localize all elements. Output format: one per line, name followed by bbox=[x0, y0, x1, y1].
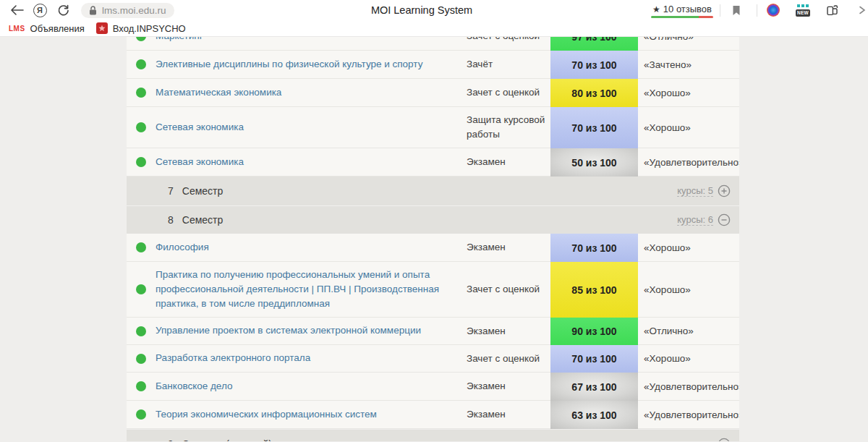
bookmark-label: Вход.INPSYCHO bbox=[113, 23, 186, 34]
reviews-count: 10 отзывов bbox=[663, 4, 712, 14]
semester-section-header[interactable]: 8 Семестр курсы: 6 bbox=[127, 205, 739, 234]
grade-text: «Зачтено» bbox=[638, 51, 739, 79]
exam-type: Экзамен bbox=[467, 401, 550, 429]
exam-type: Зачет с оценкой bbox=[467, 79, 550, 107]
grade-text: «Хорошо» bbox=[638, 234, 739, 262]
table-row: Практика по получению профессиональных у… bbox=[127, 262, 739, 318]
course-link[interactable]: Управление проектом в системах электронн… bbox=[156, 323, 421, 338]
course-link[interactable]: Практика по получению профессиональных у… bbox=[156, 268, 445, 312]
course-link[interactable]: Теория экономических информационных сист… bbox=[156, 407, 377, 422]
status-dot-icon bbox=[136, 354, 146, 364]
grade-text: «Хорошо» bbox=[638, 79, 739, 107]
course-status-cell bbox=[127, 148, 156, 177]
bookmarks-bar: LMS Объявления Вход.INPSYCHO bbox=[0, 20, 868, 37]
score-cell: 70 из 100 bbox=[550, 234, 638, 262]
emblem-favicon bbox=[96, 22, 108, 34]
table-row: Маркетинг Зачет с оценкой 97 из 100 «Отл… bbox=[127, 37, 739, 51]
exam-type: Зачёт bbox=[467, 51, 550, 79]
score-cell: 97 из 100 bbox=[550, 37, 638, 51]
table-row: Разработка электронного портала Зачет с … bbox=[127, 345, 739, 373]
toolbar-separator bbox=[757, 4, 757, 17]
bookmark-button[interactable] bbox=[727, 1, 746, 19]
toolbar-separator bbox=[720, 4, 720, 17]
status-dot-icon bbox=[136, 88, 146, 98]
grade-text: «Отлично» bbox=[638, 318, 739, 345]
score-cell: 70 из 100 bbox=[550, 107, 638, 148]
toolbar-overflow-button[interactable] bbox=[853, 1, 868, 19]
expand-icon[interactable] bbox=[718, 184, 731, 197]
score-cell: 70 из 100 bbox=[550, 51, 638, 79]
bookmark-flag-icon bbox=[732, 5, 741, 16]
semester-label: Семестр bbox=[182, 185, 224, 197]
back-button[interactable] bbox=[7, 1, 26, 19]
collapse-icon[interactable] bbox=[718, 438, 731, 442]
lms-page: Маркетинг Зачет с оценкой 97 из 100 «Отл… bbox=[0, 37, 868, 441]
refresh-button[interactable] bbox=[54, 1, 72, 19]
exam-type: Зачет с оценкой bbox=[467, 37, 550, 51]
courses-count-link[interactable]: курсы: 5 bbox=[677, 185, 713, 197]
extension-circle-icon bbox=[767, 4, 780, 17]
new-badge-label: NEW bbox=[796, 9, 810, 17]
rating-bar-positive bbox=[651, 16, 699, 18]
score-cell: 85 из 100 bbox=[550, 262, 638, 318]
extension-browser-ring[interactable] bbox=[764, 1, 783, 19]
status-dot-icon bbox=[136, 37, 146, 41]
semester-section-header[interactable]: 7 Семестр курсы: 5 bbox=[127, 177, 739, 205]
page-title: MOI Learning System bbox=[371, 4, 472, 16]
course-link[interactable]: Философия bbox=[156, 240, 209, 255]
score-cell: 90 из 100 bbox=[550, 318, 638, 345]
course-link[interactable]: Математическая экономика bbox=[156, 85, 281, 100]
bookmark-item-inpsycho[interactable]: Вход.INPSYCHO bbox=[93, 22, 189, 34]
collections-button[interactable] bbox=[823, 1, 842, 19]
site-reviews-badge[interactable]: ★ 10 отзывов bbox=[651, 2, 713, 18]
grade-text: «Удовлетворительно» bbox=[638, 148, 739, 177]
table-row: Теория экономических информационных сист… bbox=[127, 401, 739, 429]
course-status-cell bbox=[127, 401, 156, 429]
status-dot-icon bbox=[136, 409, 146, 420]
status-dot-icon bbox=[136, 59, 146, 69]
collapse-icon[interactable] bbox=[718, 213, 731, 226]
semester-section-header[interactable]: 9 Семестр (текущий) bbox=[127, 430, 739, 441]
course-status-cell bbox=[127, 373, 156, 401]
course-link[interactable]: Разработка электронного портала bbox=[156, 351, 310, 365]
course-status-cell bbox=[127, 262, 156, 318]
browser-toolbar: Я lms.moi.edu.ru MOI Learning System ★ 1… bbox=[0, 0, 868, 20]
courses-count-link[interactable]: курсы: 6 bbox=[677, 214, 713, 226]
table-row: Элективные дисциплины по физической куль… bbox=[127, 51, 739, 79]
course-link[interactable]: Сетевая экономика bbox=[156, 120, 244, 135]
course-status-cell bbox=[127, 37, 156, 51]
grade-text: «Удовлетворительно» bbox=[638, 401, 739, 429]
status-dot-icon bbox=[136, 122, 146, 132]
course-link[interactable]: Банковское дело bbox=[156, 379, 232, 394]
new-badge-dashes bbox=[797, 4, 809, 7]
back-arrow-icon bbox=[9, 4, 24, 16]
exam-type: Зачет с оценкой bbox=[467, 345, 550, 373]
semester-number: 8 bbox=[168, 214, 174, 226]
course-link[interactable]: Сетевая экономика bbox=[156, 155, 244, 169]
star-icon: ★ bbox=[652, 4, 660, 14]
lms-favicon: LMS bbox=[9, 25, 25, 33]
collections-icon bbox=[826, 4, 839, 16]
yandex-button[interactable]: Я bbox=[30, 1, 49, 19]
bookmark-label: Объявления bbox=[30, 23, 85, 34]
course-status-cell bbox=[127, 318, 156, 345]
grade-text: «Хорошо» bbox=[638, 345, 739, 373]
course-link[interactable]: Маркетинг bbox=[156, 37, 203, 43]
status-dot-icon bbox=[136, 157, 146, 167]
extension-new-tools[interactable]: NEW bbox=[793, 1, 812, 19]
score-cell: 63 из 100 bbox=[550, 401, 638, 429]
score-cell: 67 из 100 bbox=[550, 373, 638, 401]
exam-type: Экзамен bbox=[467, 373, 550, 401]
exam-type: Экзамен bbox=[467, 234, 550, 262]
url-text: lms.moi.edu.ru bbox=[102, 5, 166, 16]
lock-icon bbox=[89, 6, 97, 15]
course-status-cell bbox=[127, 107, 156, 148]
exam-type: Защита курсовой работы bbox=[467, 107, 550, 148]
address-bar[interactable]: lms.moi.edu.ru bbox=[81, 3, 174, 18]
course-status-cell bbox=[127, 345, 156, 373]
course-status-cell bbox=[127, 51, 156, 79]
rating-bar bbox=[651, 16, 713, 18]
semester-number: 9 bbox=[168, 438, 174, 442]
course-link[interactable]: Элективные дисциплины по физической куль… bbox=[156, 57, 422, 72]
bookmark-item-announcements[interactable]: LMS Объявления bbox=[6, 23, 88, 34]
